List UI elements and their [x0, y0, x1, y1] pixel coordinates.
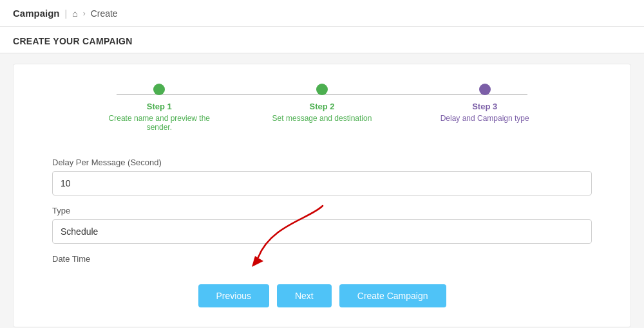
step-2-label: Step 2 [310, 102, 335, 111]
step-2-desc: Set message and destination [272, 114, 372, 123]
type-input[interactable] [52, 219, 592, 244]
step-3: Step 3 Delay and Campaign type [403, 84, 566, 123]
form-section: Delay Per Message (Second) Type Date Tim… [39, 158, 605, 264]
top-nav: Campaign | ⌂ › Create [0, 0, 644, 27]
home-icon[interactable]: ⌂ [72, 8, 77, 19]
delay-label: Delay Per Message (Second) [52, 158, 592, 167]
datetime-label: Date Time [52, 254, 592, 264]
main-content: Step 1 Create name and preview the sende… [13, 64, 631, 327]
step-3-label: Step 3 [472, 102, 497, 111]
step-3-dot [479, 84, 491, 95]
step-1-label: Step 1 [147, 102, 172, 111]
step-3-desc: Delay and Campaign type [440, 114, 529, 123]
step-1-dot [153, 84, 165, 95]
previous-button[interactable]: Previous [198, 284, 269, 307]
step-1-desc: Create name and preview the sender. [108, 114, 211, 132]
page-title: CREATE YOUR CAMPAIGN [13, 36, 631, 46]
stepper: Step 1 Create name and preview the sende… [39, 84, 605, 132]
type-label: Type [52, 206, 592, 215]
step-2-dot [316, 84, 328, 95]
next-button[interactable]: Next [277, 284, 332, 307]
breadcrumb-chevron: › [83, 9, 86, 18]
delay-group: Delay Per Message (Second) [52, 158, 592, 196]
page-heading-container: CREATE YOUR CAMPAIGN [0, 27, 644, 53]
delay-input[interactable] [52, 171, 592, 196]
create-campaign-button[interactable]: Create Campaign [339, 284, 446, 307]
nav-title: Campaign [13, 8, 60, 19]
type-group: Type [52, 206, 592, 244]
breadcrumb-create: Create [91, 8, 118, 19]
nav-separator: | [65, 8, 68, 19]
step-1: Step 1 Create name and preview the sende… [78, 84, 241, 132]
step-2: Step 2 Set message and destination [241, 84, 404, 123]
button-bar: Previous Next Create Campaign [39, 279, 605, 307]
